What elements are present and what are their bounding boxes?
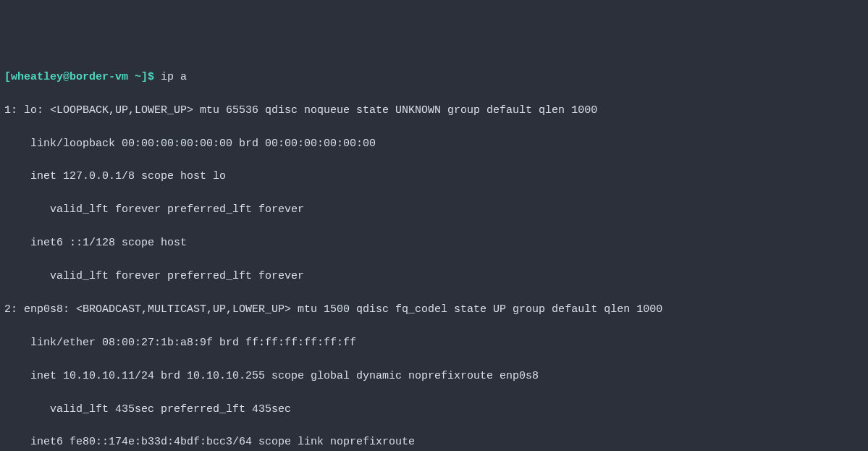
prompt-at: @ (63, 71, 69, 83)
output-line: inet6 fe80::174e:b33d:4bdf:bcc3/64 scope… (4, 434, 864, 451)
output-line: link/loopback 00:00:00:00:00:00 brd 00:0… (4, 136, 864, 153)
prompt-line-1: [wheatley@border-vm ~]$ ip a (4, 69, 864, 86)
output-line: valid_lft forever preferred_lft forever (4, 269, 864, 285)
prompt-close-bracket: ] (141, 71, 148, 83)
command-ip-a: ip a (161, 71, 187, 83)
output-line: inet 127.0.0.1/8 scope host lo (4, 169, 864, 185)
output-line: 2: enp0s8: <BROADCAST,MULTICAST,UP,LOWER… (4, 302, 864, 319)
output-line: inet 10.10.10.11/24 brd 10.10.10.255 sco… (4, 368, 864, 385)
output-line: link/ether 08:00:27:1b:a8:9f brd ff:ff:f… (4, 335, 864, 352)
output-line: inet6 ::1/128 scope host (4, 235, 864, 252)
prompt-host: border-vm (69, 71, 128, 83)
output-line: 1: lo: <LOOPBACK,UP,LOWER_UP> mtu 65536 … (4, 103, 864, 119)
output-line: valid_lft 435sec preferred_lft 435sec (4, 402, 864, 418)
prompt-path: ~ (128, 71, 141, 83)
prompt-dollar: $ (148, 71, 161, 83)
prompt-open-bracket: [ (4, 71, 11, 83)
terminal-output[interactable]: [wheatley@border-vm ~]$ ip a 1: lo: <LOO… (4, 69, 864, 451)
output-line: valid_lft forever preferred_lft forever (4, 202, 864, 219)
prompt-user: wheatley (11, 71, 63, 83)
